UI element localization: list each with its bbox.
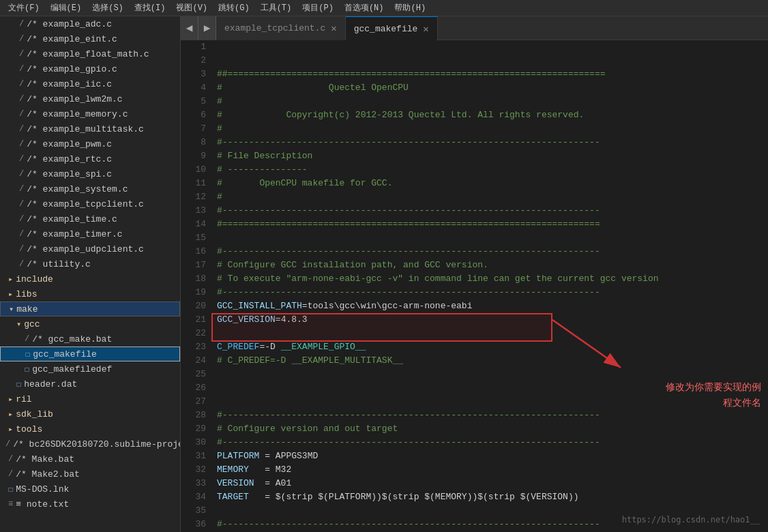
tab-tcpclient[interactable]: example_tcpclient.c ✕ bbox=[216, 16, 346, 40]
line-number: 14 bbox=[181, 218, 206, 231]
sidebar-item[interactable]: //* example_gpio.c bbox=[0, 61, 180, 76]
sidebar-item[interactable]: //* example_pwm.c bbox=[0, 136, 180, 151]
menu-find[interactable]: 查找(I) bbox=[129, 1, 171, 15]
tab-tcpclient-label: example_tcpclient.c bbox=[224, 23, 325, 33]
sidebar-item[interactable]: ▸tools bbox=[0, 422, 180, 437]
code-line: # Configure GCC installation path, and G… bbox=[217, 258, 768, 272]
line-number: 4 bbox=[181, 81, 206, 95]
tab-nav-left[interactable]: ◀ bbox=[181, 16, 198, 40]
sidebar-item[interactable]: ☐MS-DOS.lnk bbox=[0, 482, 180, 497]
menu-bar: 文件(F) 编辑(E) 选择(S) 查找(I) 视图(V) 跳转(G) 工具(T… bbox=[0, 0, 768, 16]
sidebar-item[interactable]: ≡≡ note.txt bbox=[0, 497, 180, 512]
menu-view[interactable]: 视图(V) bbox=[171, 1, 213, 15]
sidebar-item[interactable]: //* example_timer.c bbox=[0, 226, 180, 241]
sidebar-item[interactable]: //* utility.c bbox=[0, 256, 180, 271]
code-line: #---------------------------------------… bbox=[217, 136, 768, 149]
sidebar-item[interactable]: //* example_tcpclient.c bbox=[0, 196, 180, 211]
sidebar-item[interactable]: //* gcc_make.bat bbox=[0, 331, 180, 346]
code-line: #---------------------------------------… bbox=[217, 204, 768, 218]
line-number: 28 bbox=[181, 409, 206, 422]
line-number: 25 bbox=[181, 368, 206, 381]
code-line: TARGET = $(strip $(PLATFORM))$(strip $(M… bbox=[217, 490, 768, 504]
menu-select[interactable]: 选择(S) bbox=[87, 1, 129, 15]
line-number: 1 bbox=[181, 40, 206, 54]
line-number: 29 bbox=[181, 422, 206, 436]
tab-nav-right[interactable]: ▶ bbox=[198, 16, 216, 40]
code-line: # --------------- bbox=[217, 163, 768, 177]
sidebar-item[interactable]: //* example_iic.c bbox=[0, 76, 180, 91]
code-line: ##======================================… bbox=[217, 68, 768, 81]
code-line: C_PREDEF=-D __EXAMPLE_GPIO__ bbox=[217, 340, 768, 354]
line-number: 8 bbox=[181, 136, 206, 149]
code-line: # To execute "arm-none-eabi-gcc -v" in c… bbox=[217, 272, 768, 286]
tab-bar: ◀ ▶ example_tcpclient.c ✕ gcc_makefile ✕ bbox=[181, 16, 768, 40]
tab-gcc-makefile-close[interactable]: ✕ bbox=[423, 23, 428, 35]
sidebar-item[interactable]: //* example_memory.c bbox=[0, 106, 180, 121]
sidebar-item[interactable]: //* example_float_math.c bbox=[0, 46, 180, 61]
sidebar: //* example_adc.c//* example_eint.c//* e… bbox=[0, 16, 181, 532]
sidebar-item[interactable]: //* example_system.c bbox=[0, 181, 180, 196]
sidebar-item[interactable]: ☐header.dat bbox=[0, 376, 180, 391]
line-number: 19 bbox=[181, 286, 206, 299]
line-number: 26 bbox=[181, 381, 206, 395]
menu-help[interactable]: 帮助(H) bbox=[389, 1, 431, 15]
line-number: 3 bbox=[181, 68, 206, 81]
code-line: MEMORY = M32 bbox=[217, 463, 768, 477]
line-number: 36 bbox=[181, 518, 206, 531]
sidebar-item[interactable]: //* example_lwm2m.c bbox=[0, 91, 180, 106]
code-line: # OpenCPU makefile for GCC. bbox=[217, 177, 768, 190]
sidebar-item[interactable]: //* example_udpclient.c bbox=[0, 241, 180, 256]
sidebar-item[interactable]: //* example_eint.c bbox=[0, 31, 180, 46]
sidebar-item[interactable]: ▸sdk_lib bbox=[0, 407, 180, 422]
menu-edit[interactable]: 编辑(E) bbox=[45, 1, 87, 15]
editor-content: 1234567891011121314151617181920212223242… bbox=[181, 40, 768, 532]
line-number: 35 bbox=[181, 504, 206, 518]
line-number: 10 bbox=[181, 163, 206, 177]
line-number: 33 bbox=[181, 477, 206, 490]
menu-tools[interactable]: 工具(T) bbox=[255, 1, 297, 15]
code-line: PLATFORM = APPGS3MD bbox=[217, 449, 768, 463]
code-line: GCC_VERSION=4.8.3 bbox=[217, 313, 768, 327]
code-line: #---------------------------------------… bbox=[217, 436, 768, 449]
code-line: # Quectel OpenCPU bbox=[217, 81, 768, 95]
tab-tcpclient-close[interactable]: ✕ bbox=[331, 23, 336, 34]
sidebar-item[interactable]: ▸ril bbox=[0, 391, 180, 407]
line-number: 23 bbox=[181, 340, 206, 354]
sidebar-item[interactable]: ▾gcc bbox=[0, 316, 180, 331]
sidebar-item[interactable]: ▸libs bbox=[0, 286, 180, 301]
code-line: # File Description bbox=[217, 149, 768, 163]
code-line: #---------------------------------------… bbox=[217, 245, 768, 258]
sidebar-item[interactable]: ☐gcc_makefiledef bbox=[0, 361, 180, 376]
line-number: 5 bbox=[181, 95, 206, 108]
sidebar-item[interactable]: //* Make.bat bbox=[0, 452, 180, 467]
line-number: 17 bbox=[181, 258, 206, 272]
menu-goto[interactable]: 跳转(G) bbox=[213, 1, 255, 15]
sidebar-item[interactable]: //* Make2.bat bbox=[0, 467, 180, 482]
sidebar-item[interactable]: ☐gcc_makefile bbox=[0, 346, 180, 361]
line-number: 13 bbox=[181, 204, 206, 218]
menu-file[interactable]: 文件(F) bbox=[3, 1, 45, 15]
menu-prefs[interactable]: 首选项(N) bbox=[339, 1, 389, 15]
sidebar-item[interactable]: //* bc26SDK20180720.sublime-project bbox=[0, 437, 180, 452]
code-area[interactable]: ##======================================… bbox=[211, 40, 768, 532]
code-line: VERSION = A01 bbox=[217, 477, 768, 490]
line-number: 6 bbox=[181, 108, 206, 122]
menu-project[interactable]: 项目(P) bbox=[297, 1, 339, 15]
sidebar-item[interactable]: //* example_adc.c bbox=[0, 16, 180, 31]
line-number: 27 bbox=[181, 395, 206, 409]
editor-area: ◀ ▶ example_tcpclient.c ✕ gcc_makefile ✕… bbox=[181, 16, 768, 532]
line-number: 15 bbox=[181, 231, 206, 245]
line-number: 24 bbox=[181, 354, 206, 368]
sidebar-item[interactable]: //* example_rtc.c bbox=[0, 151, 180, 166]
line-numbers: 1234567891011121314151617181920212223242… bbox=[181, 40, 211, 532]
line-number: 16 bbox=[181, 245, 206, 258]
sidebar-item[interactable]: ▾make bbox=[0, 301, 180, 316]
tab-gcc-makefile-label: gcc_makefile bbox=[354, 24, 418, 34]
tab-gcc-makefile[interactable]: gcc_makefile ✕ bbox=[346, 16, 438, 40]
sidebar-item[interactable]: //* example_time.c bbox=[0, 211, 180, 226]
line-number: 31 bbox=[181, 449, 206, 463]
sidebar-item[interactable]: //* example_multitask.c bbox=[0, 121, 180, 136]
line-number: 30 bbox=[181, 436, 206, 449]
sidebar-item[interactable]: ▸include bbox=[0, 271, 180, 286]
sidebar-item[interactable]: //* example_spi.c bbox=[0, 166, 180, 181]
